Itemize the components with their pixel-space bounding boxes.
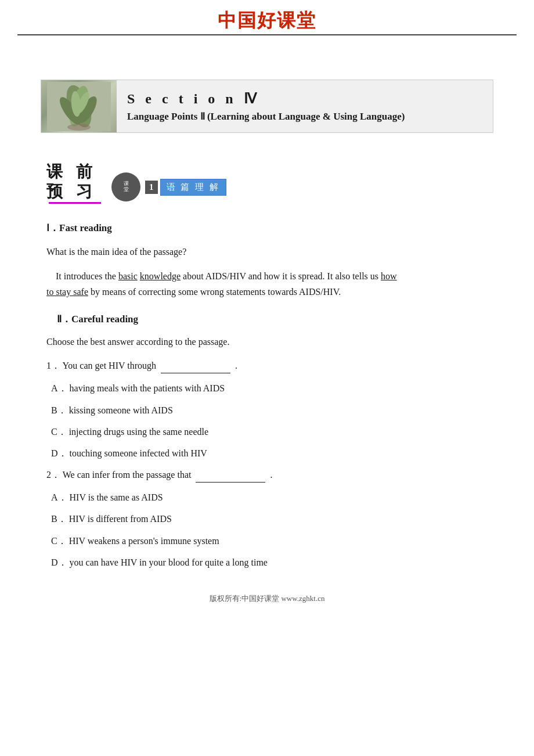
banner-subtitle: Language Points Ⅱ (Learning about Langua… <box>127 110 482 123</box>
question-2-stem: We can infer from the passage that <box>63 470 192 480</box>
question-2-option-c: C． HIV weakens a person's immune system <box>46 533 488 549</box>
preview-stamp: 课堂 <box>111 172 140 201</box>
section1-answer: It introduces the basic knowledge about … <box>46 268 488 300</box>
option-a-label: A． <box>51 383 67 393</box>
option-2d-text: you can have HIV in your blood for quite… <box>70 557 268 567</box>
question-1-option-d: D． touching someone infected with HIV <box>46 445 488 461</box>
underline-to-stay-safe: to stay safe <box>46 287 88 297</box>
question-1-text: 1． You can get HIV through . <box>46 358 488 373</box>
option-2a-label: A． <box>51 492 67 502</box>
preview-row1: 课 前 <box>46 162 97 182</box>
preview-chinese-title: 课 前 预 习 <box>46 162 101 204</box>
main-content: Ⅰ．Fast reading What is the main idea of … <box>46 221 488 615</box>
section2: Ⅱ．Careful reading Choose the best answer… <box>46 312 488 570</box>
underline-how: how <box>381 271 397 281</box>
option-a-text: having meals with the patients with AIDS <box>70 383 225 393</box>
underline-knowledge: knowledge <box>140 271 181 281</box>
banner-text-block: S e c t i o n Ⅳ Language Points Ⅱ (Learn… <box>117 80 493 132</box>
badge-label: 语 篇 理 解 <box>160 179 226 196</box>
section2-heading: Ⅱ．Careful reading <box>46 312 488 326</box>
question-2: 2． We can infer from the passage that . … <box>46 467 488 570</box>
banner-section-title: S e c t i o n Ⅳ <box>127 91 482 107</box>
footer: 版权所有:中国好课堂 www.zghkt.cn <box>46 593 488 615</box>
svg-point-7 <box>67 124 91 131</box>
question-1-option-a: A． having meals with the patients with A… <box>46 380 488 396</box>
option-2c-text: HIV weakens a person's immune system <box>69 536 219 546</box>
option-2c-label: C． <box>51 536 67 546</box>
question-1-option-c: C． injecting drugs using the same needle <box>46 424 488 440</box>
option-d-text: touching someone infected with HIV <box>70 448 207 458</box>
question-1-option-b: B． kissing someone with AIDS <box>46 402 488 418</box>
logo: 中国好课堂 <box>218 10 316 31</box>
section1-question: What is the main idea of the passage? <box>46 244 488 260</box>
option-2d-label: D． <box>51 557 67 567</box>
preview-underline <box>49 202 101 204</box>
question-1-period: . <box>235 361 237 370</box>
stamp-text: 课堂 <box>124 181 129 193</box>
question-2-text: 2． We can infer from the passage that . <box>46 467 488 483</box>
option-2b-label: B． <box>51 514 67 524</box>
banner-image <box>41 80 117 132</box>
option-2b-text: HIV is different from AIDS <box>69 514 172 524</box>
preview-section: 课 前 预 习 课堂 1 语 篇 理 解 <box>46 162 534 204</box>
question-1-stem: You can get HIV through <box>62 361 156 370</box>
section1-heading: Ⅰ．Fast reading <box>46 221 488 235</box>
question-1-number: 1． <box>46 361 60 370</box>
option-b-text: kissing someone with AIDS <box>69 405 173 415</box>
badge-number: 1 <box>145 181 158 194</box>
option-b-label: B． <box>51 405 67 415</box>
page: 中国好课堂 S e c t <box>0 0 534 756</box>
underline-basic: basic <box>118 271 138 281</box>
section-banner: S e c t i o n Ⅳ Language Points Ⅱ (Learn… <box>41 80 493 133</box>
option-2a-text: HIV is the same as AIDS <box>70 492 163 502</box>
header: 中国好课堂 <box>0 0 534 40</box>
option-c-label: C． <box>51 427 67 437</box>
question-2-period: . <box>270 470 272 480</box>
option-c-text: injecting drugs using the same needle <box>69 427 208 437</box>
option-d-label: D． <box>51 448 67 458</box>
question-2-number: 2． <box>46 470 60 480</box>
preview-row2: 预 习 <box>46 182 101 201</box>
question-2-blank <box>196 482 265 483</box>
section1: Ⅰ．Fast reading What is the main idea of … <box>46 221 488 300</box>
section2-instruction: Choose the best answer according to the … <box>46 334 488 350</box>
question-2-option-d: D． you can have HIV in your blood for qu… <box>46 555 488 570</box>
preview-badge-area: 课堂 1 语 篇 理 解 <box>111 172 226 201</box>
question-2-option-a: A． HIV is the same as AIDS <box>46 489 488 505</box>
question-2-option-b: B． HIV is different from AIDS <box>46 511 488 527</box>
question-1: 1． You can get HIV through . A． having m… <box>46 358 488 461</box>
question-1-blank <box>161 373 230 373</box>
header-divider <box>17 34 517 35</box>
